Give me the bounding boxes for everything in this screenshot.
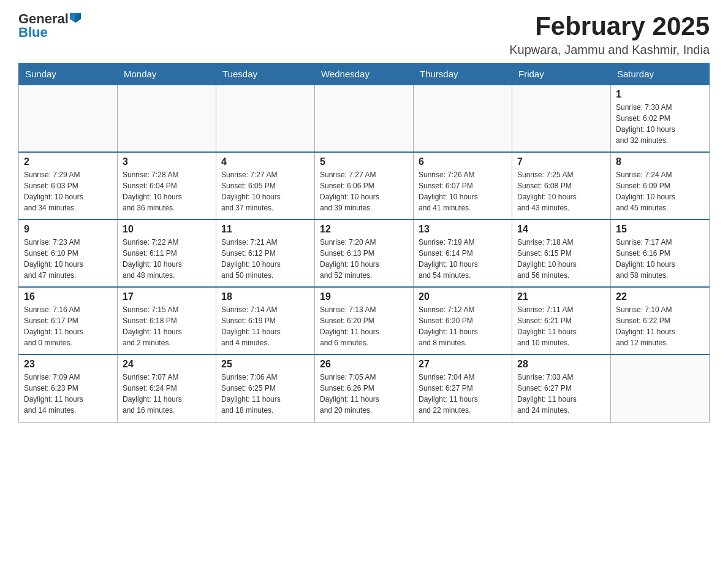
calendar-cell: 28Sunrise: 7:03 AM Sunset: 6:27 PM Dayli… bbox=[512, 354, 611, 422]
day-info: Sunrise: 7:10 AM Sunset: 6:22 PM Dayligh… bbox=[616, 304, 704, 348]
calendar-cell bbox=[315, 85, 414, 152]
day-number: 25 bbox=[221, 359, 309, 370]
day-number: 1 bbox=[616, 89, 704, 100]
day-number: 5 bbox=[320, 156, 408, 167]
day-info: Sunrise: 7:18 AM Sunset: 6:15 PM Dayligh… bbox=[517, 237, 605, 281]
col-saturday: Saturday bbox=[611, 64, 710, 85]
logo: General Blue bbox=[18, 12, 81, 39]
day-info: Sunrise: 7:04 AM Sunset: 6:27 PM Dayligh… bbox=[419, 372, 507, 416]
calendar-cell bbox=[216, 85, 315, 152]
day-info: Sunrise: 7:14 AM Sunset: 6:19 PM Dayligh… bbox=[221, 304, 309, 348]
day-number: 10 bbox=[123, 224, 211, 235]
day-number: 19 bbox=[320, 291, 408, 302]
calendar-cell: 20Sunrise: 7:12 AM Sunset: 6:20 PM Dayli… bbox=[414, 287, 512, 354]
day-number: 2 bbox=[24, 156, 112, 167]
calendar-cell: 6Sunrise: 7:26 AM Sunset: 6:07 PM Daylig… bbox=[414, 152, 512, 220]
calendar-cell: 24Sunrise: 7:07 AM Sunset: 6:24 PM Dayli… bbox=[118, 354, 216, 422]
day-info: Sunrise: 7:20 AM Sunset: 6:13 PM Dayligh… bbox=[320, 237, 408, 281]
logo-arrow-icon bbox=[70, 13, 81, 25]
calendar-cell: 4Sunrise: 7:27 AM Sunset: 6:05 PM Daylig… bbox=[216, 152, 315, 220]
day-number: 20 bbox=[419, 291, 507, 302]
day-number: 15 bbox=[616, 224, 704, 235]
day-number: 17 bbox=[123, 291, 211, 302]
week-row-3: 9Sunrise: 7:23 AM Sunset: 6:10 PM Daylig… bbox=[19, 220, 710, 287]
day-number: 9 bbox=[24, 224, 112, 235]
day-info: Sunrise: 7:22 AM Sunset: 6:11 PM Dayligh… bbox=[123, 237, 211, 281]
day-number: 14 bbox=[517, 224, 605, 235]
day-info: Sunrise: 7:26 AM Sunset: 6:07 PM Dayligh… bbox=[419, 169, 507, 213]
col-monday: Monday bbox=[118, 64, 216, 85]
col-wednesday: Wednesday bbox=[315, 64, 414, 85]
col-thursday: Thursday bbox=[414, 64, 512, 85]
col-friday: Friday bbox=[512, 64, 611, 85]
day-info: Sunrise: 7:06 AM Sunset: 6:25 PM Dayligh… bbox=[221, 372, 309, 416]
day-info: Sunrise: 7:25 AM Sunset: 6:08 PM Dayligh… bbox=[517, 169, 605, 213]
calendar-cell: 21Sunrise: 7:11 AM Sunset: 6:21 PM Dayli… bbox=[512, 287, 611, 354]
day-info: Sunrise: 7:28 AM Sunset: 6:04 PM Dayligh… bbox=[123, 169, 211, 213]
calendar-cell: 12Sunrise: 7:20 AM Sunset: 6:13 PM Dayli… bbox=[315, 220, 414, 287]
calendar-cell: 16Sunrise: 7:16 AM Sunset: 6:17 PM Dayli… bbox=[19, 287, 118, 354]
calendar-cell: 26Sunrise: 7:05 AM Sunset: 6:26 PM Dayli… bbox=[315, 354, 414, 422]
calendar-header-row: Sunday Monday Tuesday Wednesday Thursday… bbox=[19, 64, 710, 85]
month-title: February 2025 bbox=[509, 12, 710, 40]
calendar-cell: 10Sunrise: 7:22 AM Sunset: 6:11 PM Dayli… bbox=[118, 220, 216, 287]
day-info: Sunrise: 7:17 AM Sunset: 6:16 PM Dayligh… bbox=[616, 237, 704, 281]
day-number: 16 bbox=[24, 291, 112, 302]
day-number: 8 bbox=[616, 156, 704, 167]
day-number: 24 bbox=[123, 359, 211, 370]
day-number: 26 bbox=[320, 359, 408, 370]
calendar-cell: 14Sunrise: 7:18 AM Sunset: 6:15 PM Dayli… bbox=[512, 220, 611, 287]
calendar-cell: 13Sunrise: 7:19 AM Sunset: 6:14 PM Dayli… bbox=[414, 220, 512, 287]
day-number: 18 bbox=[221, 291, 309, 302]
day-info: Sunrise: 7:29 AM Sunset: 6:03 PM Dayligh… bbox=[24, 169, 112, 213]
calendar-cell bbox=[118, 85, 216, 152]
calendar-cell: 9Sunrise: 7:23 AM Sunset: 6:10 PM Daylig… bbox=[19, 220, 118, 287]
day-info: Sunrise: 7:12 AM Sunset: 6:20 PM Dayligh… bbox=[419, 304, 507, 348]
day-info: Sunrise: 7:05 AM Sunset: 6:26 PM Dayligh… bbox=[320, 372, 408, 416]
day-info: Sunrise: 7:27 AM Sunset: 6:06 PM Dayligh… bbox=[320, 169, 408, 213]
calendar-cell: 5Sunrise: 7:27 AM Sunset: 6:06 PM Daylig… bbox=[315, 152, 414, 220]
calendar-cell: 8Sunrise: 7:24 AM Sunset: 6:09 PM Daylig… bbox=[611, 152, 710, 220]
calendar-cell: 2Sunrise: 7:29 AM Sunset: 6:03 PM Daylig… bbox=[19, 152, 118, 220]
week-row-5: 23Sunrise: 7:09 AM Sunset: 6:23 PM Dayli… bbox=[19, 354, 710, 422]
calendar-cell bbox=[512, 85, 611, 152]
week-row-4: 16Sunrise: 7:16 AM Sunset: 6:17 PM Dayli… bbox=[19, 287, 710, 354]
calendar-cell: 1Sunrise: 7:30 AM Sunset: 6:02 PM Daylig… bbox=[611, 85, 710, 152]
calendar-cell bbox=[611, 354, 710, 422]
day-number: 22 bbox=[616, 291, 704, 302]
calendar-cell: 7Sunrise: 7:25 AM Sunset: 6:08 PM Daylig… bbox=[512, 152, 611, 220]
calendar-cell: 18Sunrise: 7:14 AM Sunset: 6:19 PM Dayli… bbox=[216, 287, 315, 354]
day-number: 13 bbox=[419, 224, 507, 235]
page-header: General Blue February 2025 Kupwara, Jamm… bbox=[18, 12, 710, 57]
day-number: 28 bbox=[517, 359, 605, 370]
location-title: Kupwara, Jammu and Kashmir, India bbox=[509, 43, 710, 57]
day-info: Sunrise: 7:16 AM Sunset: 6:17 PM Dayligh… bbox=[24, 304, 112, 348]
day-info: Sunrise: 7:11 AM Sunset: 6:21 PM Dayligh… bbox=[517, 304, 605, 348]
day-number: 12 bbox=[320, 224, 408, 235]
day-info: Sunrise: 7:09 AM Sunset: 6:23 PM Dayligh… bbox=[24, 372, 112, 416]
day-info: Sunrise: 7:24 AM Sunset: 6:09 PM Dayligh… bbox=[616, 169, 704, 213]
title-section: February 2025 Kupwara, Jammu and Kashmir… bbox=[509, 12, 710, 57]
day-info: Sunrise: 7:07 AM Sunset: 6:24 PM Dayligh… bbox=[123, 372, 211, 416]
calendar-table: Sunday Monday Tuesday Wednesday Thursday… bbox=[18, 63, 710, 423]
col-sunday: Sunday bbox=[19, 64, 118, 85]
logo-blue-text: Blue bbox=[18, 26, 48, 39]
day-info: Sunrise: 7:27 AM Sunset: 6:05 PM Dayligh… bbox=[221, 169, 309, 213]
day-info: Sunrise: 7:13 AM Sunset: 6:20 PM Dayligh… bbox=[320, 304, 408, 348]
week-row-1: 1Sunrise: 7:30 AM Sunset: 6:02 PM Daylig… bbox=[19, 85, 710, 152]
day-info: Sunrise: 7:30 AM Sunset: 6:02 PM Dayligh… bbox=[616, 102, 704, 146]
day-info: Sunrise: 7:23 AM Sunset: 6:10 PM Dayligh… bbox=[24, 237, 112, 281]
calendar-cell: 23Sunrise: 7:09 AM Sunset: 6:23 PM Dayli… bbox=[19, 354, 118, 422]
day-number: 7 bbox=[517, 156, 605, 167]
day-number: 23 bbox=[24, 359, 112, 370]
calendar-cell: 27Sunrise: 7:04 AM Sunset: 6:27 PM Dayli… bbox=[414, 354, 512, 422]
calendar-cell: 17Sunrise: 7:15 AM Sunset: 6:18 PM Dayli… bbox=[118, 287, 216, 354]
calendar-cell: 19Sunrise: 7:13 AM Sunset: 6:20 PM Dayli… bbox=[315, 287, 414, 354]
day-number: 21 bbox=[517, 291, 605, 302]
day-number: 3 bbox=[123, 156, 211, 167]
calendar-cell bbox=[19, 85, 118, 152]
day-info: Sunrise: 7:21 AM Sunset: 6:12 PM Dayligh… bbox=[221, 237, 309, 281]
day-number: 4 bbox=[221, 156, 309, 167]
calendar-cell bbox=[414, 85, 512, 152]
day-info: Sunrise: 7:15 AM Sunset: 6:18 PM Dayligh… bbox=[123, 304, 211, 348]
